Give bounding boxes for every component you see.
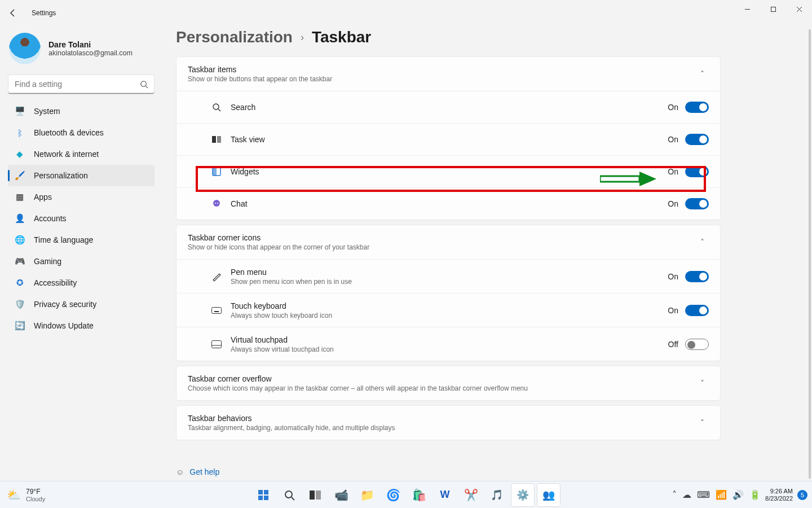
taskbar-app-zoom[interactable]: 📹 [330, 484, 352, 506]
sidebar-item-gaming[interactable]: 🎮Gaming [8, 251, 155, 272]
taskbar-app-snip[interactable]: ✂️ [460, 484, 482, 506]
volume-icon[interactable]: 🔊 [732, 489, 744, 500]
toggle-state: On [668, 167, 678, 176]
taskbar-app-teams[interactable]: 👥 [537, 484, 560, 506]
toggle-widgets[interactable] [685, 166, 709, 177]
keyboard-layout-icon[interactable]: ⌨ [697, 489, 710, 500]
window-close-button[interactable] [786, 0, 812, 18]
sidebar-item-privacy[interactable]: 🛡️Privacy & security [8, 294, 155, 315]
taskbar-app-settings[interactable]: ⚙️ [511, 484, 534, 506]
row-label: Touch keyboard [231, 301, 332, 310]
toggle-chat[interactable] [685, 198, 709, 209]
row-task-view: Task view On [176, 123, 720, 155]
taskbar-right: ˄ ☁ ⌨ 📶 🔊 🔋 9:26 AM 8/23/2022 5 [672, 488, 812, 502]
toggle-touch-keyboard[interactable] [685, 305, 709, 316]
battery-icon[interactable]: 🔋 [749, 489, 761, 500]
wifi-icon: ◆ [15, 149, 25, 159]
toggle-virtual-touchpad[interactable] [685, 339, 709, 350]
group-header-corner-icons[interactable]: Taskbar corner icons Show or hide icons … [176, 225, 720, 259]
get-help-label: Get help [189, 467, 219, 476]
person-icon: 👤 [15, 213, 25, 224]
sidebar-item-time-language[interactable]: 🌐Time & language [8, 229, 155, 251]
svg-line-5 [218, 109, 220, 111]
sidebar-item-apps[interactable]: ▦Apps [8, 186, 155, 208]
group-corner-overflow[interactable]: Taskbar corner overflow Choose which ico… [176, 366, 721, 401]
notification-badge[interactable]: 5 [797, 490, 807, 500]
svg-point-4 [213, 104, 219, 110]
breadcrumb: Personalization › Taskbar [176, 28, 721, 56]
get-help-link[interactable]: ☺ Get help [176, 467, 219, 476]
toggle-search[interactable] [685, 102, 709, 113]
svg-rect-9 [213, 168, 217, 176]
row-label: Chat [231, 199, 248, 208]
sidebar-item-network[interactable]: ◆Network & internet [8, 143, 155, 165]
taskbar-start-button[interactable] [252, 484, 275, 506]
chevron-right-icon: › [301, 32, 304, 43]
group-taskbar-behaviors[interactable]: Taskbar behaviors Taskbar alignment, bad… [176, 405, 721, 440]
taskbar-app-word[interactable]: W [434, 484, 456, 506]
svg-rect-6 [212, 136, 216, 143]
group-title: Taskbar corner icons [188, 233, 369, 242]
row-label: Search [231, 103, 255, 112]
chevron-down-icon: ˅ [695, 418, 709, 427]
sidebar-item-system[interactable]: 🖥️System [8, 100, 155, 122]
window-maximize-button[interactable] [760, 0, 786, 18]
toggle-state: On [668, 272, 678, 281]
sidebar-item-bluetooth[interactable]: ᛒBluetooth & devices [8, 122, 155, 143]
taskbar-task-view-button[interactable] [304, 484, 326, 506]
clock-time: 9:26 AM [765, 488, 793, 495]
taskbar-app-explorer[interactable]: 📁 [356, 484, 378, 506]
onedrive-icon[interactable]: ☁ [682, 489, 691, 500]
toggle-state: On [668, 306, 678, 315]
chat-icon [210, 199, 223, 208]
breadcrumb-parent[interactable]: Personalization [176, 28, 293, 46]
group-title: Taskbar behaviors [188, 414, 395, 423]
taskbar-widgets-button[interactable]: ⛅ 79°F Cloudy [0, 487, 45, 503]
vertical-scrollbar[interactable] [809, 29, 811, 479]
group-header-taskbar-items[interactable]: Taskbar items Show or hide buttons that … [176, 57, 720, 91]
toggle-pen-menu[interactable] [685, 271, 709, 282]
svg-rect-24 [264, 490, 268, 494]
sidebar-item-label: Accounts [34, 214, 67, 223]
sync-icon: 🔄 [15, 321, 25, 331]
taskbar-app-edge[interactable]: 🌀 [382, 484, 404, 506]
row-label: Widgets [231, 167, 259, 176]
row-touch-keyboard: Touch keyboard Always show touch keyboar… [176, 293, 720, 327]
taskbar-app-tiktok[interactable]: 🎵 [486, 484, 508, 506]
system-tray[interactable]: ˄ ☁ ⌨ 📶 🔊 🔋 [672, 489, 761, 500]
row-search: Search On [176, 91, 720, 123]
group-subtitle: Choose which icons may appear in the tas… [188, 384, 528, 392]
toggle-task-view[interactable] [685, 134, 709, 145]
taskbar-clock[interactable]: 9:26 AM 8/23/2022 [765, 488, 793, 502]
search-input[interactable] [8, 75, 155, 94]
wifi-icon[interactable]: 📶 [716, 489, 727, 500]
group-title: Taskbar corner overflow [188, 374, 528, 383]
sidebar-item-label: Windows Update [34, 321, 94, 330]
row-label: Pen menu [231, 268, 352, 277]
help-icon: ☺ [176, 467, 184, 476]
taskbar-search-button[interactable] [278, 484, 301, 506]
sidebar-item-label: Personalization [34, 171, 88, 180]
row-sub: Always show virtual touchpad icon [231, 345, 334, 353]
row-chat: Chat On [176, 187, 720, 220]
sidebar-item-accounts[interactable]: 👤Accounts [8, 208, 155, 229]
sidebar-item-accessibility[interactable]: ✪Accessibility [8, 272, 155, 294]
profile-block[interactable]: Dare Tolani akinolatolasco@gmail.com [8, 29, 155, 75]
titlebar: Settings [0, 0, 812, 26]
profile-email: akinolatolasco@gmail.com [48, 49, 133, 57]
row-sub: Always show touch keyboard icon [231, 312, 332, 319]
weather-temp: 79°F [26, 488, 45, 496]
sidebar-item-personalization[interactable]: 🖌️Personalization [8, 165, 155, 186]
group-subtitle: Show or hide icons that appear on the co… [188, 243, 369, 251]
toggle-state: On [668, 199, 678, 208]
search-icon[interactable] [138, 75, 150, 94]
sidebar-item-windows-update[interactable]: 🔄Windows Update [8, 315, 155, 336]
gear-icon: ⚙️ [517, 489, 529, 501]
window-minimize-button[interactable] [734, 0, 760, 18]
word-icon: W [440, 489, 450, 501]
taskbar-app-store[interactable]: 🛍️ [408, 484, 430, 506]
row-widgets: Widgets On [176, 155, 720, 187]
svg-rect-29 [310, 491, 315, 500]
back-button[interactable] [0, 0, 26, 26]
chevron-up-icon[interactable]: ˄ [672, 489, 677, 500]
